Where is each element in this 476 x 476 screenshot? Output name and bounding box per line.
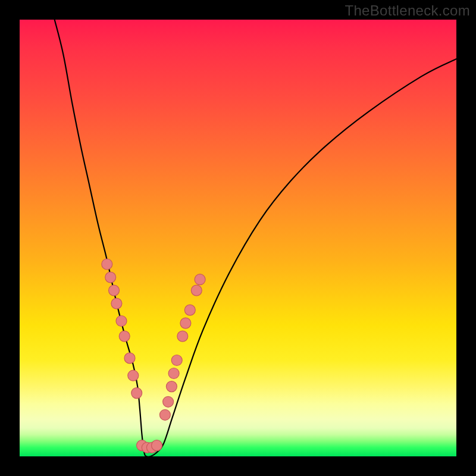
marker-dots — [102, 259, 205, 453]
marker-dot — [102, 259, 112, 270]
marker-dot — [131, 388, 142, 399]
marker-dot — [180, 318, 191, 328]
marker-dot — [166, 381, 177, 392]
marker-dot — [184, 305, 195, 315]
marker-dot — [163, 396, 174, 407]
marker-dot — [171, 355, 182, 366]
marker-dot — [116, 316, 127, 327]
plot-area — [20, 20, 456, 456]
bottleneck-curve — [55, 20, 456, 457]
marker-dot — [128, 370, 139, 381]
marker-dot — [105, 272, 116, 283]
marker-dot — [191, 285, 202, 296]
marker-dot — [159, 409, 170, 420]
marker-dot — [168, 368, 179, 379]
marker-dot — [124, 353, 135, 364]
watermark-text: TheBottleneck.com — [345, 2, 470, 19]
curve-layer — [20, 20, 456, 456]
chart-frame: TheBottleneck.com — [0, 0, 476, 476]
marker-dot — [119, 331, 130, 342]
marker-dot — [177, 331, 188, 342]
marker-dot — [111, 298, 122, 309]
marker-dot — [195, 274, 205, 285]
marker-dot — [109, 285, 120, 296]
marker-dot — [152, 440, 162, 451]
